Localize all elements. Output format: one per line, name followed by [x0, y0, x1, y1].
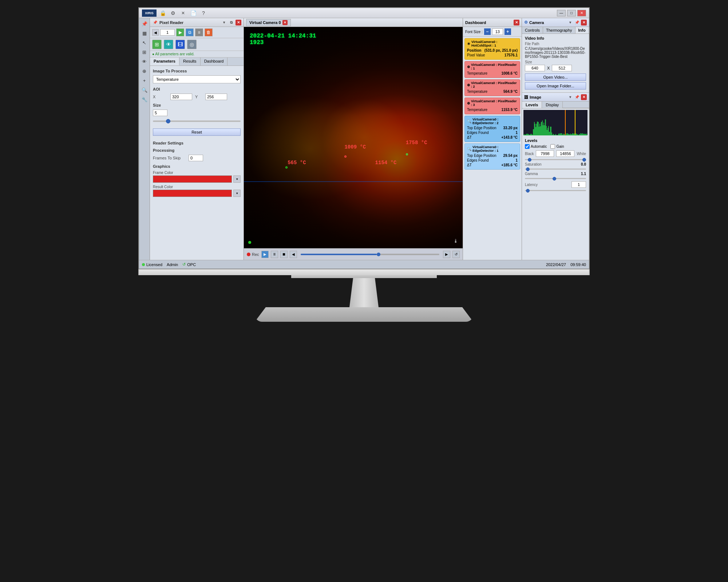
- height-field[interactable]: [552, 65, 572, 71]
- close-button[interactable]: ✕: [577, 10, 586, 16]
- position-value: (531.0 px, 251.0 px): [484, 48, 518, 52]
- camera-tab-thermography[interactable]: Thermography: [543, 27, 575, 33]
- tab-dashboard[interactable]: Dashboard: [201, 58, 228, 66]
- dashboard-card-pixelreader1: ⊕ VirtualCamera0 : PixelReader : 1 Tempe…: [464, 61, 520, 78]
- tab-results[interactable]: Results: [179, 58, 201, 66]
- target-tool-button[interactable]: ◎: [187, 40, 197, 49]
- dashboard-close-button[interactable]: ✕: [514, 20, 519, 25]
- image-pin-button[interactable]: 📌: [574, 94, 580, 100]
- maximize-button[interactable]: □: [567, 10, 576, 16]
- saturation-thumb[interactable]: [526, 167, 530, 171]
- tab-row: Parameters Results Dashboard: [150, 58, 244, 66]
- black-value-input[interactable]: [536, 150, 554, 157]
- reset-button[interactable]: Reset: [153, 128, 241, 136]
- card-pixelreader1-title: ⊕ VirtualCamera0 : PixelReader : 1: [467, 63, 518, 70]
- image-tab-levels[interactable]: Levels: [522, 102, 542, 108]
- vcam-tab[interactable]: Virtual Camera 0 ✕: [246, 19, 291, 26]
- help-icon[interactable]: ?: [200, 10, 207, 16]
- frames-to-skip-label: Frames To Skip: [153, 156, 186, 160]
- prev-frame-button[interactable]: ◀: [290, 251, 297, 258]
- rec-button[interactable]: Rec: [247, 252, 259, 257]
- refresh-button[interactable]: ↺: [452, 251, 460, 258]
- image-tab-display[interactable]: Display: [542, 102, 563, 108]
- result-color-dropdown[interactable]: ▾: [233, 190, 241, 197]
- open-video-button[interactable]: Open Video...: [525, 74, 586, 81]
- black-slider-thumb[interactable]: [528, 158, 531, 162]
- nav-copy-button[interactable]: ⧉: [186, 28, 194, 36]
- gamma-thumb[interactable]: [553, 177, 556, 181]
- camera-close-button[interactable]: ✕: [581, 20, 587, 25]
- panel-float-button[interactable]: ⧉: [228, 20, 234, 25]
- nav-delete-button[interactable]: 🗑: [205, 28, 213, 36]
- document-icon[interactable]: 📄: [190, 10, 197, 16]
- width-field[interactable]: [525, 65, 545, 71]
- minimize-button[interactable]: —: [557, 10, 566, 16]
- size-input[interactable]: [153, 110, 167, 116]
- toolbar-crop-icon[interactable]: ⊞: [141, 48, 149, 56]
- toolbar-eye-icon[interactable]: 👁: [141, 58, 149, 66]
- font-size-input[interactable]: [492, 28, 503, 35]
- nav-index-input[interactable]: [160, 29, 175, 36]
- tab-parameters[interactable]: Parameters: [150, 58, 179, 66]
- nav-settings-button[interactable]: ≡: [195, 28, 203, 36]
- playback-slider[interactable]: [301, 254, 439, 255]
- white-label: White: [577, 152, 586, 156]
- nav-play-button[interactable]: ▶: [176, 28, 184, 36]
- card-edge2-title: 🔍 VirtualCamera0 : EdgeDetector : 2: [467, 118, 518, 125]
- gain-checkbox[interactable]: [550, 144, 555, 149]
- image-close-button[interactable]: ✕: [581, 94, 587, 100]
- frames-to-skip-input[interactable]: [189, 155, 203, 161]
- toolbar-cursor-icon[interactable]: ↖: [141, 39, 149, 47]
- toolbar-search-icon[interactable]: 🔍: [141, 86, 149, 94]
- pixel-reader-nav: ◀ ▶ ⧉ ≡ 🗑: [150, 27, 244, 38]
- image-dropdown[interactable]: Temperature: [153, 75, 241, 83]
- white-value-input[interactable]: [556, 150, 574, 157]
- toolbar-wrench-icon[interactable]: 🔧: [141, 95, 149, 103]
- white-slider-thumb[interactable]: [582, 158, 586, 162]
- panel-menu-button[interactable]: ▾: [221, 20, 227, 25]
- card-position-row: Position (531.0 px, 251.0 px): [467, 48, 518, 52]
- camera-tab-info[interactable]: Info: [575, 27, 589, 33]
- edge2-dt-value: +143.8 °C: [501, 135, 518, 139]
- image-menu-button[interactable]: ▾: [567, 94, 573, 100]
- titlebar-icons: 🔒 ⚙ ✕ 📄 ?: [159, 10, 207, 16]
- automatic-label: Automatic: [531, 144, 547, 149]
- tools-icon[interactable]: ✕: [180, 10, 186, 16]
- card-temp2-row: Temperature 564.9 °C: [467, 90, 518, 94]
- latency-thumb[interactable]: [526, 189, 530, 193]
- toolbar-pin-icon[interactable]: 📌: [141, 20, 149, 28]
- pause-button[interactable]: ⏸: [271, 251, 278, 258]
- pixel-reader-close-button[interactable]: ✕: [236, 20, 241, 25]
- film-tool-button[interactable]: 🎞: [175, 40, 185, 49]
- nav-prev-button[interactable]: ◀: [152, 29, 159, 36]
- vcam-header: Virtual Camera 0 ✕: [244, 18, 463, 27]
- vcam-close-button[interactable]: ✕: [282, 20, 288, 25]
- camera-menu-button[interactable]: ▾: [567, 20, 573, 25]
- camera-pin-button[interactable]: 📌: [574, 20, 580, 25]
- status-time: 09:59:40: [570, 262, 586, 267]
- toolbar-target-icon[interactable]: ⊕: [141, 67, 149, 75]
- frame-color-dropdown[interactable]: ▾: [233, 175, 241, 183]
- camera-tab-controls[interactable]: Controls: [522, 27, 543, 33]
- toolbar-plus-icon[interactable]: +: [141, 76, 149, 84]
- frame-number: 1923: [250, 39, 316, 46]
- lock-icon[interactable]: 🔒: [159, 10, 166, 16]
- eye-tool-button[interactable]: 👁: [164, 40, 173, 49]
- font-size-increase-button[interactable]: +: [505, 28, 511, 35]
- latency-input[interactable]: [571, 181, 586, 188]
- aoi-x-input[interactable]: [170, 94, 192, 100]
- open-image-folder-button[interactable]: Open Image Folder...: [525, 82, 586, 90]
- next-frame-button[interactable]: ▶: [443, 251, 450, 258]
- aoi-y-input[interactable]: [205, 94, 227, 100]
- play-button[interactable]: ▶: [261, 251, 269, 258]
- crop-tool-button[interactable]: ⊞: [152, 40, 162, 49]
- automatic-checkbox[interactable]: [525, 144, 530, 149]
- toolbar-grid-icon[interactable]: ▦: [141, 29, 149, 37]
- settings-icon[interactable]: ⚙: [170, 10, 176, 16]
- size-slider-thumb[interactable]: [166, 119, 170, 123]
- pin-panel-button[interactable]: 📌: [152, 20, 158, 25]
- stop-button[interactable]: ⏹: [280, 251, 288, 258]
- admin-status: Admin: [167, 262, 178, 267]
- font-size-decrease-button[interactable]: −: [484, 28, 491, 35]
- automatic-checkbox-item: Automatic: [525, 144, 547, 149]
